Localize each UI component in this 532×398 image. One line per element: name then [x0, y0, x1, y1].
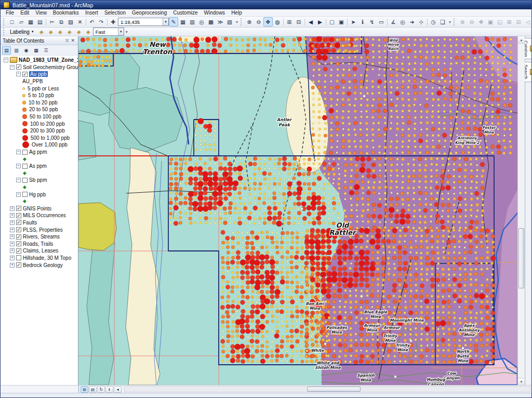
menu-file[interactable]: File: [3, 10, 17, 16]
clear-selection-button[interactable]: ▣: [337, 17, 346, 26]
layer-checkbox[interactable]: [16, 255, 21, 260]
layer-checkbox[interactable]: ✓: [16, 241, 21, 246]
toc-row-as-ppm[interactable]: −As ppm: [1, 163, 78, 170]
toc-row-mils-occurrences[interactable]: +✓MILS Occurrences: [1, 212, 78, 219]
layer-label[interactable]: As ppm: [29, 163, 47, 169]
scale-combo[interactable]: 1:19,435▼: [118, 18, 169, 26]
label-weight-ranking-button[interactable]: ◈: [56, 28, 65, 36]
toc-row-plss-properties[interactable]: +✓PLSS, Properties: [1, 226, 78, 233]
zoom-in-button[interactable]: ⊕: [245, 17, 254, 26]
collapse-icon[interactable]: −: [4, 58, 8, 62]
expand-icon[interactable]: +: [10, 256, 15, 260]
toc-row-soil-geochemistry-group[interactable]: −✓Soil Geochemistry Group: [1, 64, 78, 71]
toc-row-50-to-100-ppb[interactable]: 50 to 100 ppb: [1, 113, 78, 121]
view-unplaced-labels-button[interactable]: ◈: [84, 28, 93, 36]
layer-label[interactable]: Roads, Trails: [23, 241, 53, 247]
menu-edit[interactable]: Edit: [17, 10, 32, 16]
pan-button[interactable]: ✥: [263, 17, 273, 26]
labeling-menu[interactable]: Labeling▼: [7, 29, 37, 35]
layout-view-button[interactable]: ▤: [89, 386, 97, 393]
layer-label[interactable]: Ag ppm: [29, 149, 47, 155]
toc-row-bedrock-geology[interactable]: +✓Bedrock Geology: [1, 261, 78, 269]
go-to-xy-button[interactable]: ⊹: [417, 17, 426, 26]
layer-label[interactable]: AU_PPB: [22, 78, 43, 84]
modelbuilder-button[interactable]: ▧: [225, 17, 234, 26]
toc-row-ag-ppm[interactable]: −Ag ppm: [1, 149, 78, 156]
open-folder-button[interactable]: ▱: [17, 17, 26, 26]
expand-icon[interactable]: +: [10, 206, 15, 211]
toc-row-roads-trails[interactable]: +✓Roads, Trails: [1, 240, 78, 247]
toolbar-grip[interactable]: [241, 18, 244, 25]
scroll-down-icon[interactable]: ▼: [518, 378, 525, 385]
toc-row-symbol[interactable]: [1, 198, 78, 205]
layer-label[interactable]: 100 to 200 ppb: [30, 121, 65, 127]
full-extent-button[interactable]: ◍: [273, 17, 282, 26]
toc-row-symbol[interactable]: [1, 184, 78, 191]
layout-back-extent-button[interactable]: ◁: [523, 17, 532, 26]
toc-row-nad-1983-utm-zone-11n[interactable]: −NAD_1983_UTM_Zone_11N: [1, 57, 78, 64]
menu-help[interactable]: Help: [228, 10, 245, 16]
expand-icon[interactable]: +: [10, 213, 15, 218]
pause-labeling-button[interactable]: ◈: [74, 28, 84, 36]
layer-label[interactable]: 50 to 100 ppb: [30, 114, 61, 120]
undo-button[interactable]: ↶: [87, 17, 97, 26]
label-engine-combo[interactable]: Fast▼: [93, 28, 124, 36]
layer-label[interactable]: 5 ppb or Less: [28, 86, 59, 91]
arctoolbox-button[interactable]: ▩: [206, 17, 216, 26]
layout-zoom-in-button[interactable]: ⊕: [458, 17, 467, 26]
toc-row-500-to-1-000-ppb[interactable]: 500 to 1,000 ppb: [1, 135, 78, 142]
new-document-button[interactable]: □: [7, 17, 17, 26]
layout-fixed-zoom-in-button[interactable]: ⊞: [504, 17, 514, 26]
python-window-button[interactable]: ≫: [216, 17, 225, 26]
layer-label[interactable]: Rivers, Streams: [23, 234, 60, 240]
layer-label[interactable]: Faults: [23, 220, 37, 225]
toc-row-10-to-20-ppb[interactable]: 10 to 20 ppb: [1, 99, 78, 107]
data-view-button[interactable]: ◍: [81, 386, 88, 393]
layer-checkbox[interactable]: [22, 178, 28, 183]
toolbar-overflow[interactable]: ▾: [447, 20, 453, 24]
back-extent-button[interactable]: ◀: [306, 17, 315, 26]
redo-button[interactable]: ↷: [97, 17, 106, 26]
layout-zoom-whole-page-button[interactable]: ▣: [486, 17, 495, 26]
collapse-icon[interactable]: −: [16, 192, 21, 197]
layer-checkbox[interactable]: ✓: [16, 206, 21, 211]
collapse-icon[interactable]: −: [16, 164, 21, 168]
forward-extent-button[interactable]: ▶: [315, 17, 325, 26]
cut-button[interactable]: ✂: [47, 17, 57, 26]
layer-checkbox[interactable]: ✓: [16, 262, 21, 268]
toc-options-button[interactable]: ☰: [42, 46, 50, 55]
identify-button[interactable]: ℹ: [358, 17, 367, 26]
layer-checkbox[interactable]: ✓: [16, 213, 21, 218]
select-features-button[interactable]: ▢: [327, 17, 337, 26]
expand-icon[interactable]: +: [10, 242, 15, 246]
toc-row-5-ppb-or-less[interactable]: 5 ppb or Less: [1, 85, 78, 92]
copy-button[interactable]: ⧉: [57, 17, 66, 26]
layer-label[interactable]: Hg ppb: [29, 192, 46, 197]
label-engine-combo-dropdown-icon[interactable]: ▼: [118, 28, 124, 35]
list-by-visibility-button[interactable]: ◉: [22, 46, 31, 55]
toc-row-hillshade-30-m-topo[interactable]: +Hillshade, 30 M Topo: [1, 255, 78, 262]
time-slider-button[interactable]: ◷: [429, 17, 438, 26]
layer-label[interactable]: Sb ppm: [29, 177, 47, 183]
toc-row-over-1-000-ppb[interactable]: Over 1,000 ppb: [1, 141, 78, 149]
list-by-source-button[interactable]: ▥: [12, 46, 21, 55]
toc-row-faults[interactable]: +✓Faults: [1, 219, 78, 227]
attribute-table-button[interactable]: ▦: [178, 17, 188, 26]
toolbar-overflow[interactable]: ▾: [124, 30, 129, 34]
pause-drawing-button[interactable]: ‖: [105, 386, 113, 393]
layer-label[interactable]: 500 to 1,000 ppb: [31, 135, 70, 141]
layout-zoom-100-button[interactable]: ◱: [495, 17, 504, 26]
find-route-button[interactable]: ➔: [407, 17, 417, 26]
menu-selection[interactable]: Selection: [101, 10, 129, 16]
delete-button[interactable]: ✕: [75, 17, 85, 26]
toolbar-grip[interactable]: [3, 28, 6, 35]
collapse-icon[interactable]: −: [16, 150, 21, 154]
toc-row-gnis-points[interactable]: +✓GNIS Points: [1, 205, 78, 212]
html-popup-button[interactable]: ▭: [377, 17, 386, 26]
menu-customize[interactable]: Customize: [170, 10, 201, 16]
layer-checkbox[interactable]: ✓: [16, 64, 21, 70]
toc-pin-icon[interactable]: ⛌: [64, 38, 70, 44]
horizontal-scroll-thumb[interactable]: [307, 387, 361, 392]
search-window-button[interactable]: ◎: [197, 17, 206, 26]
print-button[interactable]: ▤: [35, 17, 45, 26]
